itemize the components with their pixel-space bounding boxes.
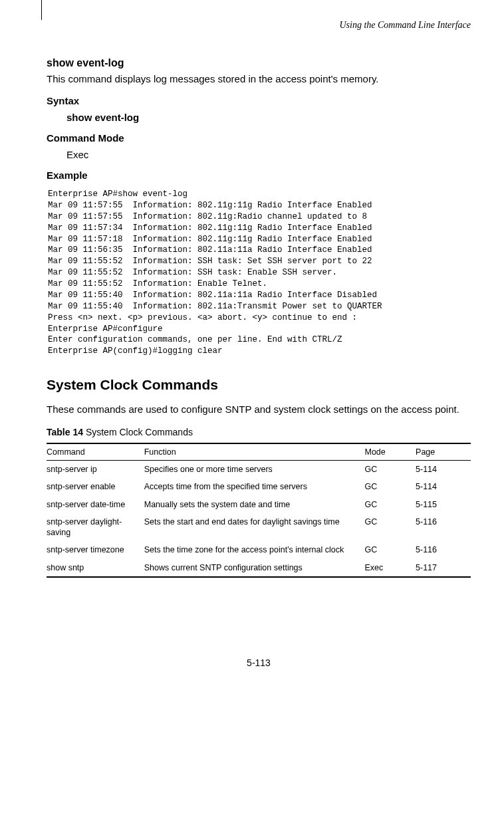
page-number: 5-113 — [47, 657, 471, 668]
table-row: show sntp Shows current SNTP configurati… — [47, 559, 471, 577]
cell-command: sntp-server date-time — [47, 496, 144, 513]
table-caption-title: System Clock Commands — [83, 427, 193, 437]
table-row: sntp-server enable Accepts time from the… — [47, 478, 471, 495]
table-header-page: Page — [416, 443, 471, 461]
cell-page: 5-117 — [416, 559, 471, 577]
table-row: sntp-server daylight-saving Sets the sta… — [47, 513, 471, 542]
cell-mode: GC — [365, 513, 416, 542]
command-description: This command displays log messages store… — [47, 72, 471, 86]
cell-command: sntp-server ip — [47, 461, 144, 479]
command-title: show event-log — [47, 57, 471, 69]
table-row: sntp-server timezone Sets the time zone … — [47, 541, 471, 558]
section-description: These commands are used to configure SNT… — [47, 402, 471, 416]
cell-page: 5-114 — [416, 478, 471, 495]
cell-page: 5-115 — [416, 496, 471, 513]
example-label: Example — [47, 170, 471, 181]
page-header-section: Using the Command Line Interface — [47, 20, 471, 31]
command-mode-value: Exec — [66, 149, 471, 160]
vertical-tick — [41, 0, 42, 20]
table-header-mode: Mode — [365, 443, 416, 461]
cell-command: sntp-server daylight-saving — [47, 513, 144, 542]
cell-function: Sets the time zone for the access point'… — [144, 541, 365, 558]
table-header-row: Command Function Mode Page — [47, 443, 471, 461]
cell-function: Shows current SNTP configuration setting… — [144, 559, 365, 577]
example-code-block: Enterprise AP#show event-log Mar 09 11:5… — [48, 189, 471, 357]
cell-command: show sntp — [47, 559, 144, 577]
cell-page: 5-116 — [416, 513, 471, 542]
cell-mode: Exec — [365, 559, 416, 577]
cell-function: Sets the start and end dates for dayligh… — [144, 513, 365, 542]
table-caption-number: Table 14 — [47, 427, 83, 437]
commands-table: Command Function Mode Page sntp-server i… — [47, 443, 471, 578]
cell-function: Manually sets the system date and time — [144, 496, 365, 513]
syntax-value: show event-log — [66, 112, 471, 123]
cell-mode: GC — [365, 461, 416, 479]
syntax-label: Syntax — [47, 95, 471, 106]
command-mode-label: Command Mode — [47, 132, 471, 144]
cell-mode: GC — [365, 496, 416, 513]
cell-page: 5-116 — [416, 541, 471, 558]
cell-command: sntp-server enable — [47, 478, 144, 495]
section-heading: System Clock Commands — [47, 377, 471, 393]
cell-page: 5-114 — [416, 461, 471, 479]
table-row: sntp-server date-time Manually sets the … — [47, 496, 471, 513]
cell-mode: GC — [365, 541, 416, 558]
table-header-function: Function — [144, 443, 365, 461]
cell-function: Specifies one or more time servers — [144, 461, 365, 479]
table-caption: Table 14 System Clock Commands — [47, 427, 471, 437]
cell-command: sntp-server timezone — [47, 541, 144, 558]
cell-function: Accepts time from the specified time ser… — [144, 478, 365, 495]
table-header-command: Command — [47, 443, 144, 461]
table-row: sntp-server ip Specifies one or more tim… — [47, 461, 471, 479]
cell-mode: GC — [365, 478, 416, 495]
